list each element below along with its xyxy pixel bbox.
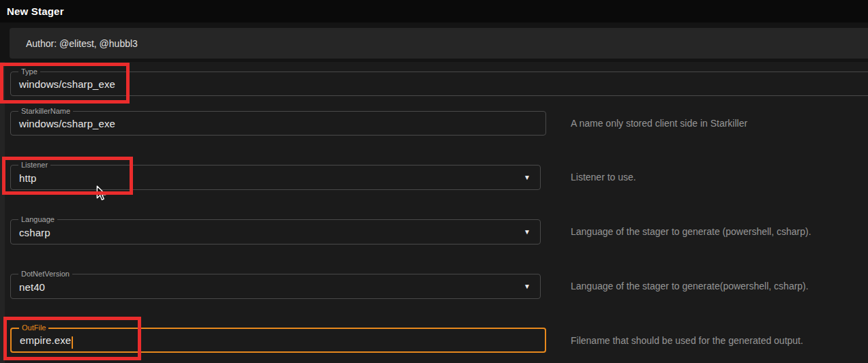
- language-helper: Language of the stager to generate (powe…: [571, 226, 811, 237]
- language-value: csharp: [19, 226, 50, 238]
- dropdown-arrow-icon: ▼: [524, 283, 530, 290]
- language-label: Language: [18, 215, 57, 224]
- dotnetversion-helper: Language of the stager to generate(power…: [571, 281, 809, 291]
- language-select[interactable]: Language csharp ▼: [10, 219, 541, 244]
- outfile-label: OutFile: [19, 323, 48, 332]
- dotnetversion-select[interactable]: DotNetVersion net40 ▼: [10, 274, 541, 299]
- page-title: New Stager: [7, 5, 64, 17]
- text-caret: [72, 336, 73, 349]
- outfile-input[interactable]: OutFile empire.exe: [10, 328, 546, 353]
- outfile-helper: Filename that should be used for the gen…: [571, 335, 803, 346]
- stager-form: Type windows/csharp_exe StarkillerName w…: [0, 62, 868, 363]
- dropdown-arrow-icon: ▼: [524, 228, 530, 236]
- author-card: Author: @elitest, @hubbl3: [10, 28, 868, 59]
- titlebar: New Stager: [0, 0, 868, 22]
- dropdown-arrow-icon: ▼: [524, 174, 530, 181]
- type-value: windows/csharp_exe: [19, 78, 115, 90]
- listener-helper: Listener to use.: [571, 172, 636, 183]
- starkillername-value: windows/csharp_exe: [19, 118, 115, 129]
- listener-value: http: [19, 172, 36, 183]
- author-text: Author: @elitest, @hubbl3: [26, 38, 138, 49]
- outfile-value: empire.exe: [20, 334, 71, 346]
- left-edge-strip: [0, 62, 5, 363]
- starkillername-helper: A name only stored client side in Starki…: [571, 118, 747, 129]
- type-label: Type: [18, 67, 40, 76]
- listener-label: Listener: [18, 160, 50, 170]
- author-section: Author: @elitest, @hubbl3: [0, 22, 868, 62]
- dotnetversion-label: DotNetVersion: [18, 269, 72, 279]
- outfile-value-wrap: empire.exe: [20, 334, 73, 347]
- starkillername-input[interactable]: StarkillerName windows/csharp_exe: [10, 111, 546, 136]
- starkillername-label: StarkillerName: [18, 106, 73, 116]
- type-select[interactable]: Type windows/csharp_exe: [10, 72, 868, 96]
- new-stager-screen: New Stager Author: @elitest, @hubbl3 Typ…: [0, 0, 868, 363]
- listener-select[interactable]: Listener http ▼: [10, 165, 541, 190]
- dotnetversion-value: net40: [19, 281, 45, 292]
